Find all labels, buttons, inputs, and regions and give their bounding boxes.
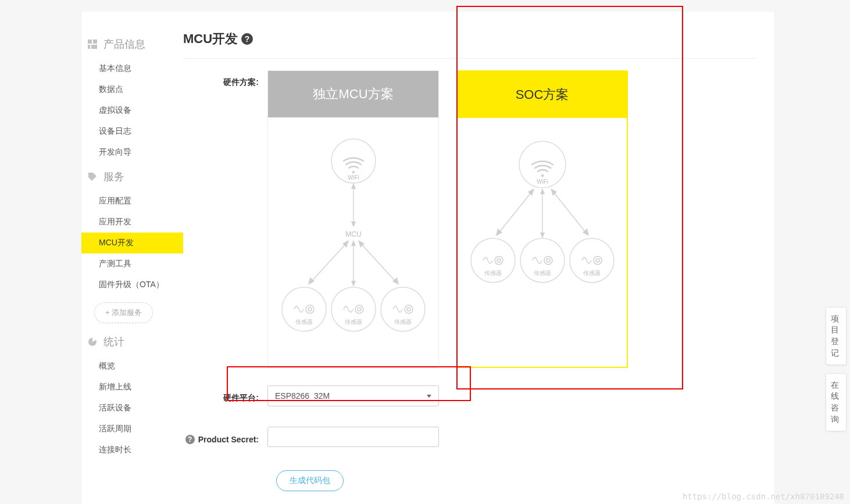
sidebar-section-stats: 统计	[81, 328, 183, 356]
sidebar-section-product: 产品信息	[81, 30, 183, 58]
help-icon[interactable]: ?	[185, 435, 195, 444]
hw-scheme-options: 独立MCU方案 WiFi	[267, 70, 628, 368]
sidebar-item-app-dev[interactable]: 应用开发	[81, 212, 183, 233]
sidebar-item-data-points[interactable]: 数据点	[81, 79, 183, 100]
diagram-soc: WiFi	[458, 118, 627, 324]
sidebar-item-basic-info[interactable]: 基本信息	[81, 58, 183, 79]
page-title: MCU开发 ?	[183, 30, 774, 48]
sidebar-section-title: 产品信息	[103, 37, 145, 51]
hw-scheme-label: 硬件方案:	[183, 70, 267, 88]
grid-icon	[87, 39, 98, 49]
sidebar-item-ota[interactable]: 固件升级（OTA）	[81, 274, 183, 295]
svg-marker-38	[540, 233, 545, 238]
option-independent-mcu[interactable]: 独立MCU方案 WiFi	[267, 70, 439, 368]
svg-marker-10	[351, 221, 356, 227]
sidebar-section-services: 服务	[81, 163, 183, 191]
svg-marker-13	[351, 240, 356, 246]
generate-code-button[interactable]: 生成代码包	[276, 470, 344, 491]
product-secret-label-wrap: ? Product Secret:	[183, 430, 267, 444]
svg-line-18	[360, 242, 397, 283]
svg-text:传感器: 传感器	[394, 319, 412, 325]
product-secret-label: Product Secret:	[198, 435, 259, 444]
sidebar-item-active-devices[interactable]: 活跃设备	[81, 398, 183, 419]
page-title-text: MCU开发	[183, 30, 238, 48]
pie-icon	[87, 337, 98, 347]
svg-line-42	[552, 191, 587, 234]
option-header[interactable]: SOC方案	[458, 72, 627, 118]
svg-marker-20	[392, 277, 399, 285]
sidebar-item-dev-wizard[interactable]: 开发向导	[81, 142, 183, 163]
svg-rect-3	[91, 45, 97, 49]
svg-marker-14	[351, 281, 356, 287]
sidebar-section-title: 统计	[103, 335, 124, 349]
svg-line-15	[310, 242, 347, 283]
svg-text:传感器: 传感器	[534, 270, 551, 276]
product-secret-row: ? Product Secret:	[183, 427, 774, 447]
hw-platform-row: 硬件平台: ESP8266_32M	[183, 385, 774, 406]
sidebar-item-virtual-device[interactable]: 虚拟设备	[81, 100, 183, 121]
tag-icon	[87, 171, 98, 182]
hw-platform-label: 硬件平台:	[183, 388, 267, 403]
svg-text:WiFi: WiFi	[537, 178, 548, 185]
diagram-mcu: WiFi MCU	[268, 117, 438, 367]
sidebar-item-app-config[interactable]: 应用配置	[81, 191, 183, 212]
svg-rect-0	[88, 40, 92, 44]
svg-rect-1	[93, 40, 97, 44]
add-service-button[interactable]: + 添加服务	[94, 302, 153, 323]
svg-text:传感器: 传感器	[583, 270, 601, 276]
svg-text:传感器: 传感器	[295, 319, 313, 325]
main-content: MCU开发 ? 硬件方案: 独立MCU方案	[183, 12, 774, 504]
sidebar-item-overview[interactable]: 概览	[81, 356, 183, 377]
hw-platform-select[interactable]: ESP8266_32M	[267, 385, 439, 406]
help-icon[interactable]: ?	[241, 33, 253, 45]
svg-marker-17	[308, 277, 315, 285]
option-header[interactable]: 独立MCU方案	[268, 71, 438, 117]
svg-rect-2	[88, 45, 90, 49]
sidebar-item-device-log[interactable]: 设备日志	[81, 121, 183, 142]
float-tab-project-register[interactable]: 项目登记	[826, 307, 847, 365]
sidebar-item-test-tool[interactable]: 产测工具	[81, 253, 183, 274]
svg-marker-9	[351, 183, 356, 189]
sidebar-section-title: 服务	[103, 170, 124, 184]
divider	[183, 58, 757, 59]
svg-text:MCU: MCU	[345, 230, 361, 238]
sidebar-item-conn-duration[interactable]: 连接时长	[81, 439, 183, 460]
svg-text:传感器: 传感器	[345, 319, 362, 325]
hw-platform-value: ESP8266_32M	[275, 391, 330, 401]
sidebar: 产品信息 基本信息 数据点 虚拟设备 设备日志 开发向导 服务 应用配置 应用开…	[81, 12, 183, 504]
option-soc[interactable]: SOC方案 WiFi	[456, 70, 628, 368]
float-tab-online-consult[interactable]: 在线咨询	[826, 373, 847, 431]
svg-line-39	[498, 191, 533, 234]
product-secret-input[interactable]	[267, 427, 439, 447]
caret-down-icon	[427, 395, 431, 398]
svg-text:传感器: 传感器	[484, 270, 502, 276]
svg-marker-37	[540, 188, 545, 194]
svg-point-6	[352, 171, 354, 173]
hw-scheme-row: 硬件方案: 独立MCU方案 WiFi	[183, 70, 774, 368]
sidebar-item-mcu-dev[interactable]: MCU开发	[81, 233, 183, 253]
svg-text:WiFi: WiFi	[348, 174, 359, 181]
svg-point-34	[541, 174, 544, 177]
sidebar-item-new-online[interactable]: 新增上线	[81, 377, 183, 398]
sidebar-item-active-period[interactable]: 活跃周期	[81, 419, 183, 439]
